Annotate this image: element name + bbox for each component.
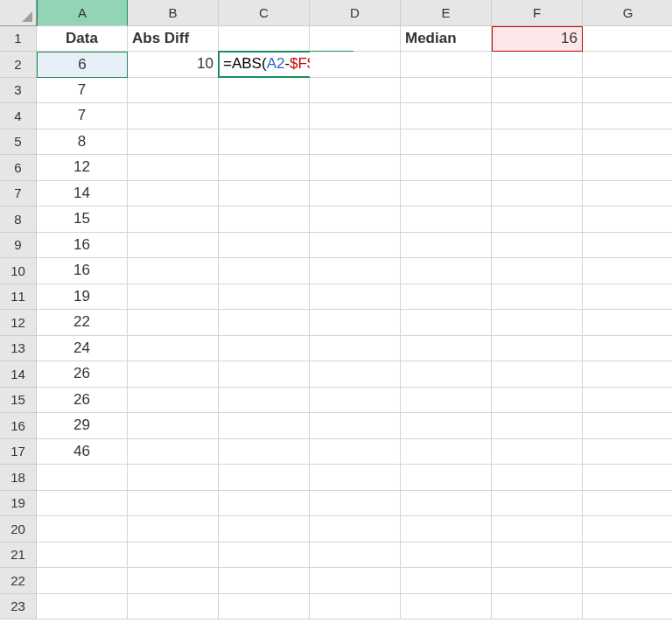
cell-A5[interactable]: 8 [37,130,128,156]
cell-B23[interactable] [128,594,219,620]
cell-F2[interactable] [492,52,583,78]
row-header-19[interactable]: 19 [0,491,37,517]
cell-E20[interactable] [401,516,492,542]
cell-C2[interactable]: =ABS(A2-$F$1) [219,52,310,78]
cell-D23[interactable] [310,594,401,620]
cell-B20[interactable] [128,516,219,542]
cell-G3[interactable] [583,78,672,104]
cell-F5[interactable] [492,130,583,156]
cell-E4[interactable] [401,103,492,130]
cell-D22[interactable] [310,568,401,594]
cell-G16[interactable] [583,413,672,439]
cell-A19[interactable] [37,491,128,517]
cell-D7[interactable] [310,181,401,207]
cell-F16[interactable] [492,413,583,439]
cell-G21[interactable] [583,542,672,569]
cell-E16[interactable] [401,413,492,439]
column-header-E[interactable]: E [401,0,492,26]
cell-C13[interactable] [219,336,310,362]
cell-B18[interactable] [128,465,219,491]
cell-C10[interactable] [219,258,310,284]
column-header-B[interactable]: B [128,0,219,26]
column-header-D[interactable]: D [310,0,401,26]
cell-B19[interactable] [128,491,219,517]
row-header-23[interactable]: 23 [0,594,37,620]
cell-G19[interactable] [583,491,672,517]
cell-B21[interactable] [128,542,219,569]
cell-D6[interactable] [310,155,401,181]
row-header-20[interactable]: 20 [0,516,37,542]
cell-A18[interactable] [37,465,128,491]
cell-A1[interactable]: Data [37,26,128,52]
cell-G15[interactable] [583,388,672,414]
cell-E15[interactable] [401,388,492,414]
cell-D4[interactable] [310,103,401,130]
cell-A16[interactable]: 29 [37,413,128,439]
cell-G13[interactable] [583,336,672,362]
cell-C6[interactable] [219,155,310,181]
cell-G7[interactable] [583,181,672,207]
cell-E1[interactable]: Median [401,26,492,52]
cell-F11[interactable] [492,284,583,311]
cell-D20[interactable] [310,516,401,542]
cell-C18[interactable] [219,465,310,491]
cell-C1[interactable] [219,26,310,52]
cell-A4[interactable]: 7 [37,103,128,130]
cell-E21[interactable] [401,542,492,569]
select-all-corner[interactable] [0,0,37,26]
cell-G14[interactable] [583,361,672,388]
cell-C19[interactable] [219,491,310,517]
cell-B12[interactable] [128,310,219,336]
cell-G12[interactable] [583,310,672,336]
cell-F19[interactable] [492,491,583,517]
cell-C15[interactable] [219,388,310,414]
row-header-18[interactable]: 18 [0,465,37,491]
cell-F21[interactable] [492,542,583,569]
cell-E9[interactable] [401,233,492,259]
cell-D21[interactable] [310,542,401,569]
cell-C14[interactable] [219,361,310,388]
cell-D10[interactable] [310,258,401,284]
cell-D11[interactable] [310,284,401,311]
row-header-9[interactable]: 9 [0,233,37,259]
row-header-14[interactable]: 14 [0,361,37,388]
cell-A2[interactable]: 6 [37,52,128,78]
cell-F20[interactable] [492,516,583,542]
cell-C20[interactable] [219,516,310,542]
row-header-2[interactable]: 2 [0,52,37,78]
cell-D14[interactable] [310,361,401,388]
row-header-17[interactable]: 17 [0,439,37,466]
row-header-4[interactable]: 4 [0,103,37,130]
cell-D13[interactable] [310,336,401,362]
cell-C17[interactable] [219,439,310,466]
cell-B6[interactable] [128,155,219,181]
cell-F13[interactable] [492,336,583,362]
cell-B9[interactable] [128,233,219,259]
cell-B17[interactable] [128,439,219,466]
cell-D5[interactable] [310,130,401,156]
row-header-7[interactable]: 7 [0,181,37,207]
cell-D3[interactable] [310,78,401,104]
cell-E6[interactable] [401,155,492,181]
cell-G4[interactable] [583,103,672,130]
cell-E5[interactable] [401,130,492,156]
cell-E8[interactable] [401,206,492,233]
cell-E11[interactable] [401,284,492,311]
cell-B13[interactable] [128,336,219,362]
cell-B4[interactable] [128,103,219,130]
row-header-10[interactable]: 10 [0,258,37,284]
cell-D19[interactable] [310,491,401,517]
row-header-15[interactable]: 15 [0,388,37,414]
cell-B1[interactable]: Abs Diff [128,26,219,52]
cell-A6[interactable]: 12 [37,155,128,181]
row-header-21[interactable]: 21 [0,542,37,569]
row-header-3[interactable]: 3 [0,78,37,104]
cell-C8[interactable] [219,206,310,233]
cell-C16[interactable] [219,413,310,439]
cell-D18[interactable] [310,465,401,491]
cell-C9[interactable] [219,233,310,259]
cell-F10[interactable] [492,258,583,284]
cell-B2[interactable]: 10 [128,52,219,78]
cell-G2[interactable] [583,52,672,78]
row-header-13[interactable]: 13 [0,336,37,362]
